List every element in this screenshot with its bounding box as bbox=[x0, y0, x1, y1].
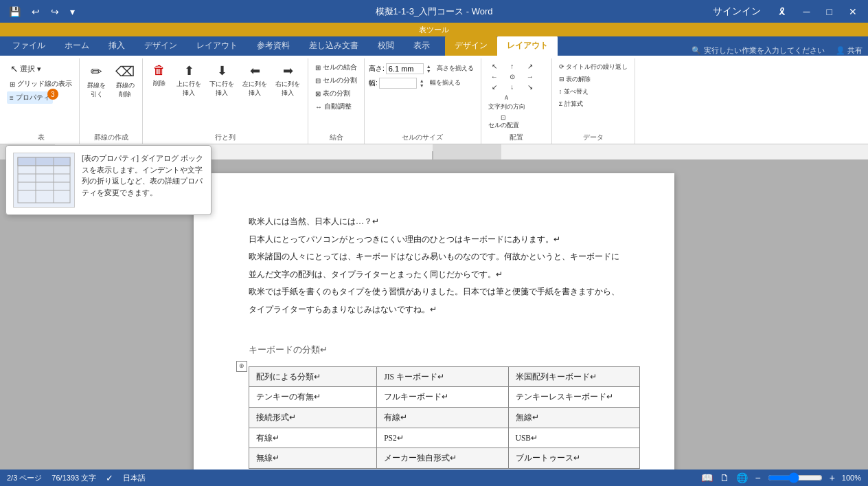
insert-left-icon: ⬅ bbox=[250, 63, 260, 78]
height-up-arrow[interactable]: ▲ bbox=[425, 64, 433, 69]
merge-icon: ⊞ bbox=[315, 64, 321, 71]
convert-button[interactable]: ⊟ 表の解除 bbox=[556, 74, 594, 85]
table-move-handle[interactable]: ⊕ bbox=[236, 361, 247, 372]
align-bl-button[interactable]: ↙ bbox=[486, 82, 503, 92]
table-cell: 無線↵ bbox=[508, 407, 639, 428]
save-button[interactable]: 💾 bbox=[5, 5, 24, 19]
align-bc-button[interactable]: ↓ bbox=[503, 82, 521, 92]
print-layout-icon[interactable]: 🗋 bbox=[720, 472, 729, 483]
zoom-slider[interactable] bbox=[768, 472, 823, 483]
share-button[interactable]: 👤 共有 bbox=[836, 45, 863, 56]
redo-button[interactable]: ↪ bbox=[47, 5, 62, 19]
pen-icon: ✏ bbox=[91, 63, 102, 80]
ribbon-tabs: ファイル ホーム 挿入 デザイン レイアウト 参考資料 差し込み文書 校閲 表示… bbox=[0, 36, 868, 56]
signin-button[interactable]: サインイン bbox=[707, 4, 766, 19]
language: 日本語 bbox=[123, 473, 146, 483]
qat-dropdown-button[interactable]: ▾ bbox=[67, 5, 78, 19]
grid-icon: ⊞ bbox=[10, 80, 15, 88]
svg-rect-10 bbox=[433, 144, 501, 159]
height-spinner[interactable]: ▲ ▼ bbox=[425, 64, 433, 74]
properties-button[interactable]: ≡ プロパティ 3 bbox=[7, 91, 53, 104]
tab-layout-main[interactable]: レイアウト bbox=[187, 36, 247, 56]
ribbon-group-rowscols: 🗑 削除 ⬆ 上に行を挿入 ⬇ 下に行を挿入 ⬅ 左に列を挿入 ➡ 右に列を挿入… bbox=[143, 58, 308, 144]
height-input[interactable] bbox=[386, 63, 424, 74]
draw-label: 罫線を引く bbox=[87, 81, 106, 99]
width-spinner[interactable]: ▲ ▼ bbox=[418, 78, 426, 88]
select-button[interactable]: ↖ 選択 ▾ bbox=[7, 61, 45, 76]
align-br-button[interactable]: ↘ bbox=[521, 82, 539, 92]
ribbon-group-merge: ⊞ セルの結合 ⊟ セルの分割 ⊠ 表の分割 ↔ 自動調整 結合 bbox=[308, 58, 365, 144]
draw-button[interactable]: ✏ 罫線を引く bbox=[84, 61, 109, 101]
badge-number: 3 bbox=[47, 89, 58, 100]
gridlines-button[interactable]: ⊞ グリッド線の表示 bbox=[7, 78, 75, 90]
merge-cells-button[interactable]: ⊞ セルの結合 bbox=[312, 61, 360, 74]
align-tl-button[interactable]: ↖ bbox=[486, 61, 503, 71]
insert-left-button[interactable]: ⬅ 左に列を挿入 bbox=[239, 61, 271, 100]
insert-right-button[interactable]: ➡ 右に列を挿入 bbox=[272, 61, 304, 100]
width-up-arrow[interactable]: ▲ bbox=[418, 78, 426, 83]
insert-above-icon: ⬆ bbox=[184, 63, 194, 78]
text-direction-button[interactable]: Ａ文字列の方向 bbox=[486, 92, 528, 113]
tab-design-main[interactable]: デザイン bbox=[135, 36, 187, 56]
minimize-button[interactable]: ─ bbox=[798, 5, 816, 19]
autofit-button[interactable]: ↔ 自動調整 bbox=[312, 100, 354, 113]
read-mode-icon[interactable]: 📖 bbox=[701, 472, 713, 483]
cell-margin-button[interactable]: ⊡セルの配置 bbox=[486, 113, 522, 131]
delete-button[interactable]: 🗑 削除 bbox=[147, 61, 172, 90]
tab-insert[interactable]: 挿入 bbox=[99, 36, 135, 56]
width-input[interactable] bbox=[379, 78, 417, 89]
align-tr-button[interactable]: ↗ bbox=[521, 61, 539, 71]
insert-below-button[interactable]: ⬇ 下に行を挿入 bbox=[206, 61, 238, 100]
table-row: テンキーの有無↵ フルキーボード↵ テンキーレスキーボード↵ bbox=[249, 387, 640, 408]
tab-review[interactable]: 校閲 bbox=[368, 36, 404, 56]
zoom-out-icon[interactable]: − bbox=[755, 472, 760, 483]
undo-button[interactable]: ↩ bbox=[28, 5, 43, 19]
gridlines-label: グリッド線の表示 bbox=[17, 79, 72, 89]
height-down-arrow[interactable]: ▼ bbox=[425, 69, 433, 74]
distribute-cols-button[interactable]: 幅を揃える bbox=[427, 77, 464, 89]
search-placeholder[interactable]: 実行したい作業を入力してください bbox=[704, 45, 825, 56]
zoom-in-icon[interactable]: + bbox=[830, 472, 835, 483]
sort-button[interactable]: ↕ 並べ替え bbox=[556, 86, 591, 98]
document-page: 欧米人には当然、日本人には…？↵ 日本人にとってパソコンがとっつきにくい理由のひ… bbox=[194, 173, 674, 486]
align-mr-button[interactable]: → bbox=[521, 71, 539, 82]
ribbon-toggle-button[interactable]: 🎗 bbox=[772, 5, 792, 19]
page-info: 2/3 ページ bbox=[7, 473, 42, 483]
web-layout-icon[interactable]: 🌐 bbox=[736, 472, 748, 483]
eraser-button[interactable]: ⌫ 罫線の削除 bbox=[112, 61, 138, 101]
align-mc-button[interactable]: ⊙ bbox=[503, 71, 521, 82]
table-cell: 無線↵ bbox=[249, 448, 377, 469]
insert-right-label: 右に列を挿入 bbox=[275, 80, 300, 98]
tab-file[interactable]: ファイル bbox=[3, 36, 55, 56]
distribute-rows-button[interactable]: 高さを揃える bbox=[434, 63, 477, 74]
align-tc-button[interactable]: ↑ bbox=[503, 61, 521, 71]
insert-above-button[interactable]: ⬆ 上に行を挿入 bbox=[173, 61, 205, 100]
width-down-arrow[interactable]: ▼ bbox=[418, 83, 426, 88]
tab-home[interactable]: ホーム bbox=[55, 36, 99, 56]
formula-button[interactable]: Σ 計算式 bbox=[556, 98, 586, 110]
tab-mailings[interactable]: 差し込み文書 bbox=[299, 36, 368, 56]
insert-below-label: 下に行を挿入 bbox=[209, 80, 234, 98]
tab-layout-table[interactable]: レイアウト bbox=[497, 36, 558, 56]
eraser-icon: ⌫ bbox=[115, 63, 135, 80]
para-6: タイプライターすらあまりなじみはないですね。↵ bbox=[249, 302, 619, 318]
restore-button[interactable]: □ bbox=[821, 5, 838, 19]
tab-references[interactable]: 参考資料 bbox=[247, 36, 299, 56]
align-ml-button[interactable]: ← bbox=[486, 71, 503, 82]
tab-view[interactable]: 表示 bbox=[404, 36, 439, 56]
select-label: 選択 ▾ bbox=[20, 64, 41, 74]
tab-design-table[interactable]: デザイン bbox=[445, 36, 497, 56]
repeat-header-button[interactable]: ⟳ タイトル行の繰り返し bbox=[556, 61, 631, 73]
table-cell: 有線↵ bbox=[249, 428, 377, 448]
split-table-button[interactable]: ⊠ 表の分割 bbox=[312, 87, 353, 100]
tooltip-popup: [表のプロパティ] ダイアログ ボックスを表示します。インデントや文字列の折り返… bbox=[5, 145, 212, 215]
table-row: 無線↵ メーカー独自形式↵ ブルートゥース↵ bbox=[249, 448, 640, 469]
ribbon-group-alignment: ↖ ↑ ↗ ← ⊙ → ↙ ↓ ↘ Ａ文字列の方向 ⊡セルの配置 配置 bbox=[481, 58, 552, 144]
ribbon-group-cellsize: 高さ: ▲ ▼ 高さを揃える 幅: ▲ ▼ 幅を揃える セルのサイズ bbox=[365, 58, 481, 144]
titlebar-left: 💾 ↩ ↪ ▾ bbox=[5, 5, 78, 19]
titlebar-right: サインイン 🎗 ─ □ ✕ bbox=[707, 4, 863, 19]
table-cell: メーカー独自形式↵ bbox=[377, 448, 508, 469]
close-button[interactable]: ✕ bbox=[843, 5, 863, 19]
statusbar-right: 📖 🗋 🌐 − + 100% bbox=[701, 472, 861, 483]
split-cells-button[interactable]: ⊟ セルの分割 bbox=[312, 74, 360, 87]
